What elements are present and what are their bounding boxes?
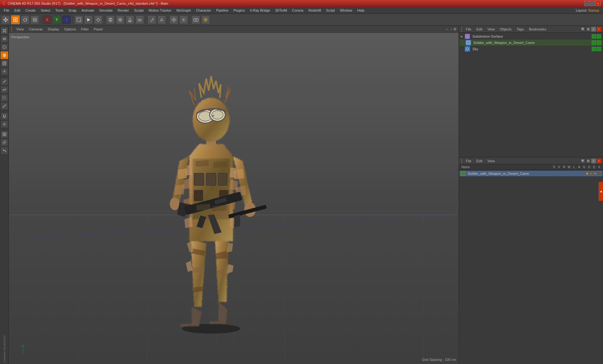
menu-script[interactable]: Script	[324, 8, 337, 13]
viewport-settings-icon[interactable]: ⚙	[453, 27, 457, 31]
objects-tab-bookmarks[interactable]: Bookmarks	[527, 27, 548, 32]
attr-eye-icon[interactable]: 👁	[589, 172, 593, 175]
objects-tab-view[interactable]: View	[486, 27, 497, 32]
tool-polygons[interactable]	[1, 43, 8, 51]
attr-search-icon[interactable]: 🔍	[581, 159, 585, 163]
attr-tab-view[interactable]: View	[486, 158, 497, 163]
toolbar-move-tool[interactable]	[1, 15, 10, 24]
viewport-menu-display[interactable]: Display	[46, 27, 60, 31]
attr-more-icon[interactable]: ⋯	[597, 172, 601, 175]
viewport-menu-filter[interactable]: Filter	[80, 27, 90, 31]
right-edge-toggle[interactable]: ◀	[599, 182, 603, 201]
title-bar-controls[interactable]: − □ ×	[584, 1, 600, 6]
menu-render[interactable]: Render	[115, 8, 132, 13]
menu-tools[interactable]: Tools	[53, 8, 66, 13]
attr-tab-file[interactable]: File	[464, 158, 473, 163]
tool-cloner[interactable]	[1, 139, 8, 146]
objects-panel-grip[interactable]: ⋮	[461, 26, 463, 32]
object-vis-render-2[interactable]	[597, 40, 601, 45]
attr-lock-icon[interactable]: 🔒	[585, 172, 589, 175]
viewport-menu-cameras[interactable]: Cameras	[28, 27, 44, 31]
tool-mirror[interactable]	[1, 120, 8, 128]
tool-draw-line[interactable]	[1, 78, 8, 85]
object-item-soldier[interactable]: Soldier_with_Weapon_in_Desert_Camo	[460, 40, 602, 46]
close-button[interactable]: ×	[595, 1, 600, 6]
toolbar-light-tool[interactable]	[201, 15, 210, 24]
menu-mograph[interactable]: MoGraph	[174, 8, 193, 13]
menu-redshift[interactable]: Redshift	[306, 8, 323, 13]
menu-3dtoall[interactable]: 3DToAll	[272, 8, 289, 13]
toolbar-x-axis[interactable]: X	[43, 15, 51, 24]
tool-edges[interactable]	[1, 35, 8, 43]
objects-panel-close-btn[interactable]: ×	[597, 27, 601, 31]
attr-close-btn[interactable]: ×	[597, 159, 601, 163]
toolbar-soft-sel[interactable]	[179, 15, 188, 24]
menu-edit[interactable]: Edit	[12, 8, 23, 13]
attr-item-soldier[interactable]: Soldier_with_Weapon_in_Desert_Camo 🔒 👁 ◉…	[460, 171, 602, 177]
menu-sculpt[interactable]: Sculpt	[132, 8, 146, 13]
toolbar-render-settings[interactable]	[94, 15, 103, 24]
attr-render-icon[interactable]: ◉	[593, 172, 597, 175]
attr-settings-icon[interactable]: ⚙	[586, 159, 590, 163]
object-vis-render-sky[interactable]	[597, 47, 601, 51]
toolbar-y-axis[interactable]: Y	[52, 15, 61, 24]
toolbar-knife-tool[interactable]	[148, 15, 156, 24]
toolbar-render-active[interactable]	[84, 15, 93, 24]
viewport-grip[interactable]: ⋮	[11, 26, 13, 32]
attributes-grip[interactable]: ⋮	[461, 158, 463, 164]
tool-magnet[interactable]	[1, 112, 8, 120]
attr-check-icon[interactable]: ✓	[591, 159, 596, 163]
viewport-menu-view[interactable]: View	[15, 27, 25, 31]
menu-pipeline[interactable]: Pipeline	[213, 8, 231, 13]
object-vis-editor-2[interactable]	[592, 40, 596, 45]
objects-search-icon[interactable]: 🔍	[581, 27, 585, 31]
toolbar-camera-view[interactable]	[191, 15, 200, 24]
toolbar-z-axis[interactable]: Z	[62, 15, 71, 24]
tool-brush[interactable]	[1, 102, 8, 110]
menu-select[interactable]: Select	[38, 8, 53, 13]
menu-plugins[interactable]: Plugins	[231, 8, 247, 13]
attr-tab-edit[interactable]: Edit	[475, 158, 484, 163]
object-visibility-editor[interactable]	[592, 34, 596, 39]
objects-tab-edit[interactable]: Edit	[475, 27, 484, 32]
menu-window[interactable]: Window	[337, 8, 355, 13]
toolbar-render-region[interactable]	[74, 15, 83, 24]
viewport-expand-icon[interactable]: ↔	[445, 27, 449, 31]
toolbar-cube-prim[interactable]	[106, 15, 115, 24]
tool-bend[interactable]	[1, 147, 8, 154]
maximize-button[interactable]: □	[590, 1, 595, 6]
object-item-sky[interactable]: ▶ Sky	[460, 46, 602, 52]
toolbar-select-live[interactable]	[11, 15, 20, 24]
tool-grid-view[interactable]	[1, 131, 8, 138]
minimize-button[interactable]: −	[584, 1, 589, 6]
menu-vray[interactable]: V-Ray Bridge	[247, 8, 273, 13]
objects-close-icon[interactable]: ✓	[591, 27, 596, 31]
menu-animate[interactable]: Animate	[79, 8, 97, 13]
toolbar-cone-prim[interactable]	[126, 15, 134, 24]
object-visibility-render[interactable]	[597, 34, 601, 39]
toolbar-rotate-tool[interactable]	[21, 15, 30, 24]
viewport-aspect-icon[interactable]: ↕	[450, 27, 452, 31]
tool-spline[interactable]	[1, 86, 8, 94]
object-vis-editor-sky[interactable]	[592, 47, 596, 51]
menu-create[interactable]: Create	[23, 8, 38, 13]
viewport-menu-options[interactable]: Options	[63, 27, 77, 31]
menu-help[interactable]: Help	[355, 8, 367, 13]
toolbar-scale-tool[interactable]	[30, 15, 39, 24]
menu-character[interactable]: Character	[193, 8, 213, 13]
tool-points[interactable]	[1, 27, 8, 35]
objects-tab-file[interactable]: File	[464, 27, 473, 32]
tool-workplane[interactable]	[1, 68, 8, 75]
tool-selection[interactable]	[1, 94, 8, 102]
objects-tab-tags[interactable]: Tags	[515, 27, 526, 32]
objects-settings-icon[interactable]: ⚙	[586, 27, 590, 31]
toolbar-torus-prim[interactable]	[135, 15, 144, 24]
objects-tab-objects[interactable]: Objects	[498, 27, 513, 32]
viewport-3d[interactable]: Y X Z Perspective Grid Spacing : 100 cm	[9, 33, 459, 364]
object-item-subdivision[interactable]: ▶ Subdivision Surface	[460, 33, 602, 40]
toolbar-sphere-prim[interactable]	[116, 15, 125, 24]
tool-model[interactable]	[1, 51, 8, 59]
toolbar-snap-enable[interactable]	[170, 15, 178, 24]
menu-motion-tracker[interactable]: Motion Tracker	[146, 8, 174, 13]
tool-texture[interactable]	[1, 60, 8, 67]
